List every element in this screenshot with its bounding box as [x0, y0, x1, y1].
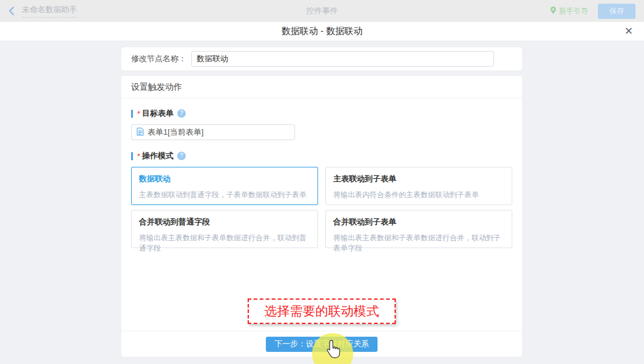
dialog-header: 数据联动 - 数据联动 ✕ [0, 22, 644, 41]
section-body: * 目标表单 ? 表单1[当前表单] * 操作模式 ? [121, 98, 522, 258]
mode-card-merge-to-field[interactable]: 合并联动到普通字段 将输出表主表数据和子表单数据进行合并，联动到普通字段 [131, 210, 318, 248]
target-form-label-row: * 目标表单 ? [131, 108, 512, 119]
location-pin-icon [550, 6, 557, 16]
required-asterisk: * [137, 152, 140, 161]
mode-card-desc: 将输出表主表数据和子表单数据进行合并，联动到普通字段 [139, 233, 310, 254]
mode-label: 操作模式 [142, 150, 174, 161]
target-form-value: 表单1[当前表单] [147, 127, 203, 138]
close-icon[interactable]: ✕ [625, 24, 633, 39]
tutorial-callout: 选择需要的联动模式 [248, 298, 396, 324]
mode-card-data-linkage[interactable]: 数据联动 主表数据联动到普通字段，子表单数据联动到子表单 [131, 167, 318, 205]
node-name-label: 修改节点名称： [131, 53, 186, 64]
topbar-right: 新手引导 保存 [550, 4, 636, 19]
node-name-input[interactable] [191, 51, 494, 67]
mode-card-title: 主表联动到子表单 [333, 174, 504, 184]
mode-card-title: 数据联动 [139, 174, 310, 184]
target-form-select[interactable]: 表单1[当前表单] [131, 124, 295, 140]
dialog-footer: 下一步：设置字段对应关系 [121, 331, 522, 357]
topbar-left: 未命名数据助手 [8, 4, 77, 18]
app-title[interactable]: 未命名数据助手 [22, 4, 77, 18]
mode-option-grid: 数据联动 主表数据联动到普通字段，子表单数据联动到子表单 主表联动到子表单 将输… [131, 167, 512, 248]
topbar: 未命名数据助手 控件事件 新手引导 保存 [0, 0, 644, 22]
target-form-label: 目标表单 [142, 108, 174, 119]
guide-link[interactable]: 新手引导 [550, 6, 588, 16]
dialog-content: 修改节点名称： 设置触发动作 * 目标表单 ? 表单1[当前表单] [0, 41, 644, 364]
form-doc-icon [137, 127, 144, 138]
dialog-title: 数据联动 - 数据联动 [282, 25, 362, 37]
mode-card-desc: 将输出表主表数据和子表单数据进行合并，联动到子表单字段 [333, 233, 504, 254]
mode-card-title: 合并联动到子表单 [333, 217, 504, 228]
mode-card-desc: 主表数据联动到普通字段，子表单数据联动到子表单 [139, 190, 310, 200]
help-icon[interactable]: ? [177, 109, 186, 118]
next-step-button[interactable]: 下一步：设置字段对应关系 [266, 337, 378, 352]
field-accent-bar [131, 152, 133, 160]
trigger-action-card: 设置触发动作 * 目标表单 ? 表单1[当前表单] [121, 76, 522, 357]
section-title: 设置触发动作 [121, 76, 522, 98]
field-accent-bar [131, 110, 133, 118]
mode-card-title: 合并联动到普通字段 [139, 217, 310, 228]
back-icon[interactable] [8, 7, 15, 15]
topbar-title: 控件事件 [0, 5, 644, 16]
mode-card-desc: 将输出表内符合条件的主表数据联动到子表单 [333, 190, 504, 200]
help-icon[interactable]: ? [177, 152, 186, 160]
required-asterisk: * [137, 109, 140, 118]
mode-card-merge-to-subform[interactable]: 合并联动到子表单 将输出表主表数据和子表单数据进行合并，联动到子表单字段 [325, 210, 512, 248]
mode-label-row: * 操作模式 ? [131, 150, 512, 161]
guide-label: 新手引导 [559, 6, 588, 16]
screen: 未命名数据助手 控件事件 新手引导 保存 数据联动 - 数据联动 ✕ 修改节点名… [0, 0, 644, 364]
node-name-card: 修改节点名称： [121, 47, 522, 70]
mode-card-main-to-subform[interactable]: 主表联动到子表单 将输出表内符合条件的主表数据联动到子表单 [325, 167, 512, 205]
save-button[interactable]: 保存 [598, 4, 636, 19]
